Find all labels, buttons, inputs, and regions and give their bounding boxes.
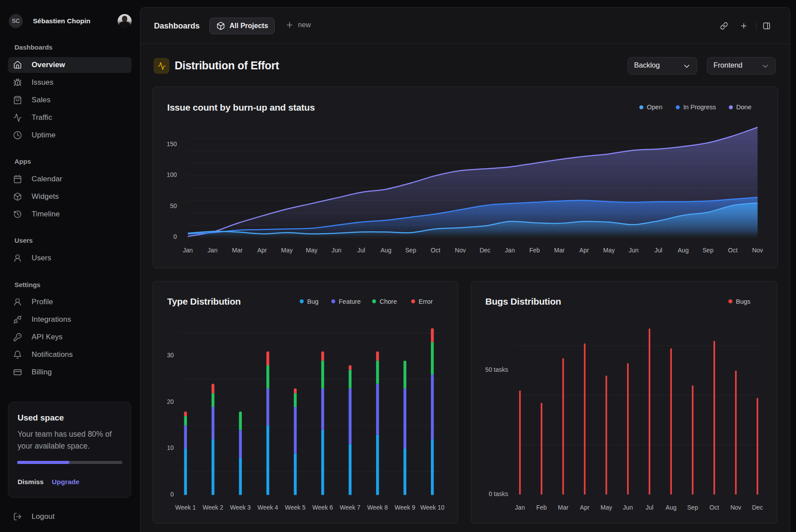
svg-text:Week 8: Week 8 bbox=[367, 504, 388, 511]
svg-text:Aug: Aug bbox=[666, 504, 677, 511]
svg-text:Jan: Jan bbox=[505, 247, 515, 254]
svg-text:May: May bbox=[603, 247, 614, 254]
svg-text:Feb: Feb bbox=[536, 504, 547, 511]
svg-text:Apr: Apr bbox=[579, 247, 589, 254]
svg-text:May: May bbox=[281, 247, 293, 254]
svg-text:0 tasks: 0 tasks bbox=[489, 490, 508, 497]
svg-text:Week 3: Week 3 bbox=[230, 504, 251, 511]
svg-text:Aug: Aug bbox=[380, 247, 391, 254]
svg-text:Week 2: Week 2 bbox=[203, 504, 223, 511]
svg-text:Mar: Mar bbox=[558, 504, 568, 511]
svg-text:Jun: Jun bbox=[331, 247, 341, 254]
svg-text:50 tasks: 50 tasks bbox=[485, 366, 508, 373]
svg-text:Aug: Aug bbox=[678, 247, 689, 254]
svg-text:Mar: Mar bbox=[554, 247, 565, 254]
svg-text:Jul: Jul bbox=[645, 504, 653, 511]
svg-text:0: 0 bbox=[173, 233, 177, 240]
svg-text:Week 10: Week 10 bbox=[420, 504, 445, 511]
svg-text:Feb: Feb bbox=[529, 247, 540, 254]
svg-text:Week 1: Week 1 bbox=[175, 504, 196, 511]
svg-text:Oct: Oct bbox=[710, 504, 719, 511]
svg-text:Dec: Dec bbox=[480, 247, 491, 254]
svg-text:Jan: Jan bbox=[183, 247, 193, 254]
svg-text:Nov: Nov bbox=[455, 247, 466, 254]
svg-text:30: 30 bbox=[167, 352, 174, 359]
svg-text:10: 10 bbox=[167, 444, 174, 451]
svg-text:Jun: Jun bbox=[623, 504, 633, 511]
svg-text:Jul: Jul bbox=[357, 247, 365, 254]
svg-text:Week 7: Week 7 bbox=[340, 504, 360, 511]
svg-text:Dec: Dec bbox=[752, 504, 763, 511]
svg-text:150: 150 bbox=[167, 140, 177, 147]
svg-text:Sep: Sep bbox=[703, 247, 714, 254]
svg-text:May: May bbox=[600, 504, 612, 511]
svg-text:Week 6: Week 6 bbox=[312, 504, 333, 511]
svg-text:Oct: Oct bbox=[728, 247, 738, 254]
svg-text:Jul: Jul bbox=[655, 247, 663, 254]
svg-text:0: 0 bbox=[170, 490, 174, 497]
svg-text:100: 100 bbox=[167, 171, 177, 178]
svg-text:Sep: Sep bbox=[687, 504, 698, 511]
svg-text:50: 50 bbox=[170, 202, 177, 209]
svg-text:May: May bbox=[306, 247, 317, 254]
svg-text:Week 4: Week 4 bbox=[258, 504, 278, 511]
svg-text:Jan: Jan bbox=[208, 247, 218, 254]
svg-text:Week 5: Week 5 bbox=[285, 504, 305, 511]
svg-text:Sep: Sep bbox=[405, 247, 416, 254]
svg-text:Nov: Nov bbox=[752, 247, 763, 254]
svg-text:Mar: Mar bbox=[232, 247, 243, 254]
svg-text:20: 20 bbox=[167, 398, 174, 405]
svg-text:Jan: Jan bbox=[515, 504, 525, 511]
svg-text:Apr: Apr bbox=[258, 247, 267, 254]
svg-text:Week 9: Week 9 bbox=[394, 504, 415, 511]
svg-text:Nov: Nov bbox=[730, 504, 741, 511]
svg-text:Apr: Apr bbox=[580, 504, 590, 511]
svg-text:Jun: Jun bbox=[629, 247, 639, 254]
svg-text:Oct: Oct bbox=[431, 247, 441, 254]
